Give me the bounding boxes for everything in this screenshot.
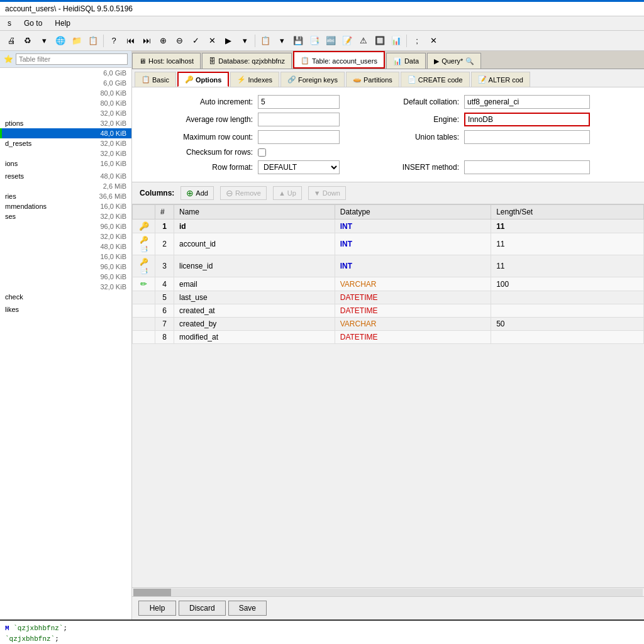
tab-data[interactable]: 📊 Data: [386, 53, 426, 69]
list-item[interactable]: likes: [0, 304, 131, 314]
row-num: 6: [155, 304, 174, 318]
checksum-checkbox[interactable]: [258, 148, 266, 157]
toolbar-refresh-dropdown[interactable]: ▾: [36, 33, 52, 48]
table-scrollbar[interactable]: [132, 587, 644, 596]
inner-tab-partitions[interactable]: 🥧 Partitions: [346, 72, 399, 87]
table-row[interactable]: 5 last_use DATETIME: [133, 291, 644, 304]
discard-button[interactable]: Discard: [179, 601, 226, 616]
columns-up-button[interactable]: ▲ Up: [273, 186, 302, 200]
sidebar-star-icon[interactable]: ⭐: [4, 55, 13, 64]
list-item[interactable]: 6,0 GiB: [0, 68, 131, 78]
toolbar-minus[interactable]: ⊖: [172, 33, 187, 48]
list-item[interactable]: ries36,6 MiB: [0, 191, 131, 201]
row-format-select[interactable]: DEFAULT COMPACT DYNAMIC COMPRESSED REDUN…: [258, 160, 340, 174]
toolbar-clip-dropdown[interactable]: ▾: [274, 33, 289, 48]
list-item-selected[interactable]: 48,0 KiB: [0, 128, 131, 138]
tab-table[interactable]: 📋 Table: account_users: [293, 51, 385, 69]
list-item[interactable]: check: [0, 292, 131, 302]
toolbar-play[interactable]: ▶: [221, 33, 236, 48]
columns-down-button[interactable]: ▼ Down: [308, 186, 346, 200]
columns-add-button[interactable]: ⊕ Add: [180, 186, 214, 200]
toolbar-save[interactable]: 💾: [291, 33, 306, 48]
list-item[interactable]: 80,0 KiB: [0, 88, 131, 98]
toolbar-font[interactable]: 🔤: [323, 33, 338, 48]
inner-tab-options[interactable]: 🔑 Options: [177, 72, 230, 87]
toolbar-pages[interactable]: 📑: [307, 33, 322, 48]
toolbar-clipboard[interactable]: 📋: [86, 33, 101, 48]
row-num: 3: [155, 255, 174, 277]
toolbar-print[interactable]: 🖨: [4, 33, 19, 48]
toolbar-refresh[interactable]: ♻: [20, 33, 35, 48]
scrollbar-track[interactable]: [133, 589, 643, 596]
list-item[interactable]: 96,0 KiB: [0, 262, 131, 272]
toolbar-play-dropdown[interactable]: ▾: [237, 33, 252, 48]
list-item[interactable]: 96,0 KiB: [0, 272, 131, 282]
list-item[interactable]: 48,0 KiB: [0, 242, 131, 252]
list-item[interactable]: 16,0 KiB: [0, 252, 131, 262]
row-name: created_at: [174, 304, 335, 318]
table-row[interactable]: 🔑 1 id INT 11: [133, 219, 644, 233]
toolbar-chart[interactable]: 📊: [389, 33, 404, 48]
toolbar-close[interactable]: ✕: [426, 33, 441, 48]
list-item[interactable]: ions16,0 KiB: [0, 158, 131, 169]
tab-database[interactable]: 🗄 Database: qzjxbhbfnz: [202, 53, 292, 69]
columns-remove-button[interactable]: ⊖ Remove: [220, 186, 267, 200]
list-item[interactable]: 96,0 KiB: [0, 221, 131, 231]
union-tables-input[interactable]: [464, 130, 590, 144]
toolbar-folder[interactable]: 📁: [69, 33, 84, 48]
table-filter-input[interactable]: [16, 53, 128, 65]
table-row[interactable]: 7 created_by VARCHAR 50: [133, 318, 644, 331]
list-item[interactable]: 80,0 KiB: [0, 98, 131, 108]
toolbar-add[interactable]: ⊕: [155, 33, 170, 48]
toolbar-x[interactable]: ✕: [204, 33, 219, 48]
toolbar-first[interactable]: ⏮: [123, 33, 138, 48]
auto-increment-input[interactable]: [258, 95, 340, 109]
toolbar-check[interactable]: ✓: [188, 33, 203, 48]
list-item[interactable]: ses32,0 KiB: [0, 211, 131, 221]
max-row-input[interactable]: [258, 130, 340, 144]
list-item[interactable]: 32,0 KiB: [0, 148, 131, 158]
table-row[interactable]: ✏ 4 email VARCHAR 100: [133, 277, 644, 291]
default-collation-input[interactable]: [464, 95, 590, 109]
list-item[interactable]: 32,0 KiB: [0, 108, 131, 118]
list-item[interactable]: 6,0 GiB: [0, 78, 131, 88]
toolbar-warning[interactable]: ⚠: [356, 33, 371, 48]
inner-tab-createcode[interactable]: 📄 CREATE code: [401, 72, 470, 87]
menu-help[interactable]: Help: [52, 18, 73, 29]
insert-method-input[interactable]: [464, 160, 590, 174]
help-button[interactable]: Help: [138, 601, 176, 616]
table-row[interactable]: 8 modified_at DATETIME: [133, 331, 644, 344]
save-button[interactable]: Save: [228, 601, 267, 616]
tab-host[interactable]: 🖥 Host: localhost: [132, 53, 201, 69]
table-row[interactable]: 🔑 📑 2 account_id INT 11: [133, 233, 644, 255]
toolbar-clip2[interactable]: 📋: [258, 33, 273, 48]
list-item[interactable]: mmendations16,0 KiB: [0, 201, 131, 211]
menu-goto[interactable]: Go to: [21, 18, 45, 29]
list-item[interactable]: 32,0 KiB: [0, 231, 131, 242]
tab-query[interactable]: ▶ Query* 🔍: [427, 53, 481, 69]
list-item[interactable]: d_resets32,0 KiB: [0, 138, 131, 148]
inner-tab-altercode[interactable]: 📝 ALTER cod: [471, 72, 530, 87]
data-icon: 📊: [393, 57, 402, 65]
inner-tab-foreignkeys[interactable]: 🔗 Foreign keys: [280, 72, 345, 87]
toolbar-last[interactable]: ⏭: [139, 33, 154, 48]
toolbar-box[interactable]: 🔲: [372, 33, 387, 48]
table-row[interactable]: 🔑 📑 3 license_id INT 11: [133, 255, 644, 277]
toolbar-help[interactable]: ?: [106, 33, 121, 48]
list-item[interactable]: ptions32,0 KiB: [0, 118, 131, 128]
list-item[interactable]: resets48,0 KiB: [0, 171, 131, 181]
scrollbar-thumb[interactable]: [133, 589, 171, 596]
menu-s[interactable]: s: [5, 18, 14, 29]
list-item[interactable]: 32,0 KiB: [0, 282, 131, 292]
table-row[interactable]: 6 created_at DATETIME: [133, 304, 644, 318]
sidebar-list: 6,0 GiB 6,0 GiB 80,0 KiB 80,0 KiB 32,0 K…: [0, 68, 131, 619]
toolbar-globe[interactable]: 🌐: [53, 33, 68, 48]
toolbar-edit[interactable]: 📝: [340, 33, 355, 48]
toolbar-semicolon[interactable]: ;: [409, 33, 425, 48]
inner-tab-indexes[interactable]: ⚡ Indexes: [230, 72, 279, 87]
engine-input[interactable]: [464, 113, 590, 126]
row-icon: 🔑: [133, 219, 155, 233]
list-item[interactable]: 2,6 MiB: [0, 181, 131, 191]
inner-tab-basic[interactable]: 📋 Basic: [135, 72, 176, 87]
avg-row-input[interactable]: [258, 113, 340, 126]
